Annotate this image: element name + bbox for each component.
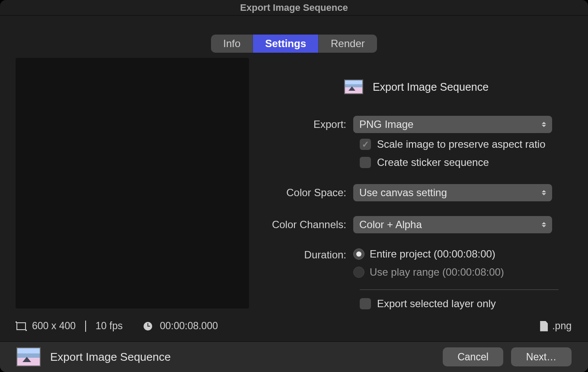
cancel-button[interactable]: Cancel [443, 347, 503, 366]
fps-value: 10 fps [96, 320, 123, 332]
color-channels-select[interactable]: Color + Alpha [353, 216, 552, 233]
preset-thumbnail-icon [344, 79, 363, 94]
window-title: Export Image Sequence [0, 0, 588, 16]
export-label: Export: [260, 118, 353, 130]
color-space-value: Use canvas setting [359, 187, 447, 199]
info-bar: 600 x 400 10 fps 00:00:08.000 .png [16, 316, 572, 341]
tab-render[interactable]: Render [319, 35, 377, 53]
sticker-sequence-checkbox[interactable] [360, 157, 371, 168]
duration-entire-radio[interactable] [353, 248, 364, 260]
bottom-bar: Export Image Sequence Cancel Next… [0, 341, 588, 372]
export-selected-layer-label: Export selected layer only [377, 298, 496, 310]
preview-pane [16, 58, 249, 308]
export-format-value: PNG Image [359, 118, 413, 130]
duration-playrange-radio [353, 267, 364, 278]
chevron-updown-icon [542, 222, 546, 227]
tab-settings[interactable]: Settings [253, 35, 319, 53]
color-channels-label: Color Channels: [260, 219, 353, 231]
dimensions-value: 600 x 400 [32, 320, 76, 332]
tab-bar: Info Settings Render [16, 35, 572, 53]
time-value: 00:00:08.000 [160, 320, 218, 332]
footer-title: Export Image Sequence [50, 350, 171, 364]
settings-panel: Export Image Sequence Export: PNG Image … [249, 58, 572, 316]
duration-playrange-label: Use play range (00:00:08:00) [370, 266, 504, 278]
color-channels-value: Color + Alpha [359, 219, 422, 231]
file-extension: .png [552, 320, 572, 332]
next-button[interactable]: Next… [511, 347, 572, 366]
chevron-updown-icon [542, 122, 546, 127]
color-space-label: Color Space: [260, 187, 353, 199]
color-space-select[interactable]: Use canvas setting [353, 184, 552, 201]
export-selected-layer-checkbox[interactable] [360, 298, 371, 309]
export-format-select[interactable]: PNG Image [353, 116, 552, 133]
dimensions-icon [16, 322, 26, 330]
separator [85, 321, 86, 332]
export-dialog: Export Image Sequence Info Settings Rend… [0, 0, 588, 372]
duration-entire-label: Entire project (00:00:08:00) [370, 248, 495, 260]
scale-aspect-label: Scale image to preserve aspect ratio [377, 138, 546, 150]
sticker-sequence-label: Create sticker sequence [377, 156, 489, 169]
clock-icon [144, 322, 152, 331]
preview-waveform [16, 58, 249, 308]
chevron-updown-icon [542, 190, 546, 195]
settings-header: Export Image Sequence [373, 81, 489, 93]
preset-thumbnail-icon [16, 347, 41, 366]
tab-info[interactable]: Info [211, 35, 253, 53]
scale-aspect-checkbox[interactable] [360, 139, 371, 150]
divider [360, 289, 559, 290]
file-icon [540, 321, 548, 331]
duration-label: Duration: [260, 248, 353, 261]
